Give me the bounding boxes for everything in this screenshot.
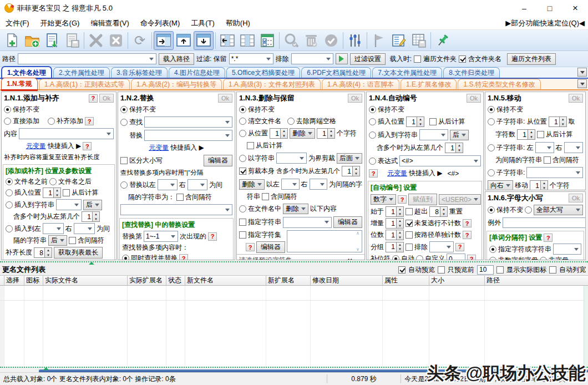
chevron-down-icon[interactable]: [168, 180, 177, 190]
keep-radio[interactable]: [120, 106, 128, 113]
chevron-down-icon[interactable]: [572, 244, 581, 254]
help-button[interactable]: ?: [89, 94, 98, 103]
column-size[interactable]: 大小: [429, 276, 485, 285]
chevron-down-icon[interactable]: [439, 130, 448, 140]
spec-separator-radio[interactable]: [489, 246, 496, 253]
ok-button[interactable]: Ok: [218, 94, 232, 103]
meta-variable-link[interactable]: 元变量: [149, 143, 169, 153]
chevron-down-icon[interactable]: [574, 205, 582, 215]
substring-pos-radio[interactable]: [488, 118, 495, 125]
move-spinner[interactable]: 1▲▼: [530, 180, 548, 190]
nth-spinner[interactable]: 1▲▼: [82, 211, 100, 222]
file-table-body[interactable]: [0, 286, 588, 367]
preview-first-checkbox[interactable]: [438, 266, 445, 273]
help-button[interactable]: ?: [369, 169, 378, 178]
subtab-regex[interactable]: 1.A.高级(1)：正则表达式等: [39, 79, 130, 89]
left-sep-combobox[interactable]: [43, 223, 64, 234]
chevron-down-icon[interactable]: [299, 204, 308, 214]
cut-side-dropdown[interactable]: 后面: [337, 153, 362, 164]
meta-variable-link[interactable]: 元变量: [387, 169, 407, 178]
assign-button[interactable]: 赋值到: [408, 194, 437, 205]
adjust-settings-button[interactable]: [345, 31, 365, 50]
pin-button[interactable]: [433, 31, 453, 50]
horizontal-splitter[interactable]: [0, 261, 588, 264]
keep-radio[interactable]: [239, 106, 246, 113]
editor-button[interactable]: 编辑器: [204, 155, 232, 166]
ok-button[interactable]: Ok: [569, 194, 583, 202]
check-all-button[interactable]: [321, 31, 341, 50]
menu-file[interactable]: 文件(F): [0, 17, 35, 29]
pad-add-radio[interactable]: [48, 118, 55, 125]
custom-pad-radio[interactable]: [416, 255, 423, 260]
cut-self-checkbox[interactable]: [239, 168, 246, 175]
direction-dropdown[interactable]: 向右: [488, 180, 513, 190]
help-button[interactable]: ?: [179, 254, 188, 260]
chevron-down-icon[interactable]: [54, 224, 63, 234]
column-path[interactable]: 路径: [485, 276, 588, 285]
path-combobox[interactable]: [18, 53, 156, 64]
new-file-button[interactable]: [2, 31, 22, 50]
filter-combobox[interactable]: *.*: [229, 53, 273, 64]
right-sep-combobox[interactable]: [74, 223, 95, 234]
column-modified-date[interactable]: 修改日期: [311, 276, 383, 285]
show-icons-checkbox[interactable]: [496, 266, 504, 273]
subtab-special-types[interactable]: 1.S.特定类型文件名修改: [458, 79, 540, 89]
tab-filename-processing[interactable]: 1.文件名处理: [1, 66, 52, 78]
except-input[interactable]: [503, 217, 586, 228]
chevron-down-icon[interactable]: [318, 179, 327, 189]
walk-folders-checkbox[interactable]: [414, 55, 421, 63]
edit-list-button[interactable]: [389, 31, 409, 50]
chevron-down-icon[interactable]: [574, 143, 582, 153]
chevron-down-icon[interactable]: [574, 168, 582, 178]
replace-between-radio[interactable]: [120, 181, 128, 189]
auto-width-checkbox[interactable]: [549, 266, 556, 273]
menu-edit-view[interactable]: 编辑查看(V): [85, 17, 134, 29]
start-spinner[interactable]: 1▲▼: [386, 206, 404, 217]
include-sep-checkbox[interactable]: [544, 156, 551, 164]
sep-position-dropdown[interactable]: 后: [48, 235, 67, 246]
per-path-checkbox[interactable]: [405, 231, 413, 239]
column-icon[interactable]: 图标: [24, 276, 43, 285]
menu-command-list[interactable]: 命令列表(M): [135, 17, 186, 29]
trim-radio[interactable]: [287, 118, 295, 125]
chevron-down-icon[interactable]: [85, 224, 94, 234]
subtab-script[interactable]: 1.A.高级(4)：语言脚本: [322, 79, 399, 89]
include-sep-checkbox[interactable]: [262, 193, 269, 200]
filter-settings-button[interactable]: 过滤设置: [350, 53, 386, 65]
include-sep-checkbox[interactable]: [176, 194, 184, 201]
help-button[interactable]: ?: [208, 232, 217, 241]
insert-pos-spinner[interactable]: 1▲▼: [43, 188, 61, 198]
chevron-down-icon[interactable]: [198, 180, 207, 190]
by-string-radio[interactable]: [239, 155, 246, 162]
chevron-down-icon[interactable]: [290, 179, 299, 189]
help-button[interactable]: ?: [544, 234, 552, 242]
add-folder-button[interactable]: [22, 31, 42, 50]
column-attributes[interactable]: 属性: [383, 276, 429, 285]
from-end-checkbox[interactable]: [247, 142, 254, 149]
find-combobox[interactable]: [144, 116, 232, 128]
count-spinner[interactable]: 1▲▼: [317, 128, 335, 139]
get-longest-button[interactable]: 获取列表最长: [54, 247, 103, 259]
case-mode-radio[interactable]: [525, 206, 532, 214]
right-sep-combobox[interactable]: [187, 179, 207, 190]
left-sep-combobox[interactable]: [281, 179, 300, 190]
before-name-radio[interactable]: [6, 178, 13, 185]
keep-radio[interactable]: [4, 106, 11, 113]
load-list-button[interactable]: [42, 31, 62, 50]
help-button[interactable]: ?: [398, 195, 407, 204]
menu-help[interactable]: 帮助(H): [220, 17, 256, 29]
column-actual-filename[interactable]: 实际文件名: [43, 276, 128, 285]
overflow-checkbox[interactable]: [405, 208, 413, 215]
ok-button[interactable]: Ok: [348, 94, 362, 103]
chevron-down-icon[interactable]: [472, 195, 480, 204]
chevron-down-icon[interactable]: [322, 217, 331, 227]
expression-combobox[interactable]: <#>: [399, 155, 481, 166]
load-path-button[interactable]: 载入路径: [159, 53, 194, 65]
left-sep-combobox[interactable]: [535, 142, 554, 153]
insert-pos-radio[interactable]: [369, 118, 376, 125]
save-list-button[interactable]: [62, 31, 82, 50]
position-dropdown[interactable]: 后: [83, 200, 102, 210]
search-button[interactable]: [281, 31, 301, 50]
chevron-down-icon[interactable]: [353, 154, 362, 163]
skip-unchecked-checkbox[interactable]: [405, 220, 413, 227]
